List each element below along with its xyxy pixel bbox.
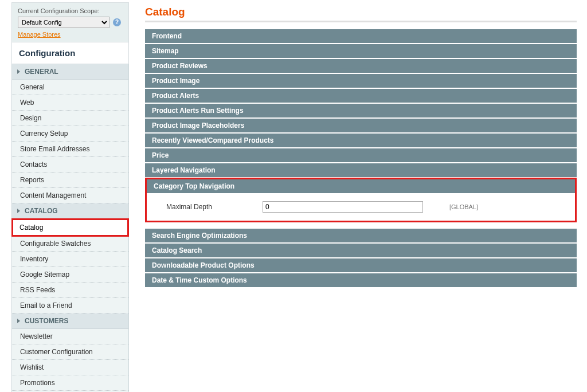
section-header-recently-viewed-compared-products[interactable]: Recently Viewed/Compared Products: [145, 134, 577, 147]
sidebar-item-design[interactable]: Design: [12, 111, 128, 126]
chevron-right-icon: [17, 69, 20, 74]
nav-list-general: GeneralWebDesignCurrency SetupStore Emai…: [11, 80, 129, 203]
sidebar-item-contacts[interactable]: Contacts: [12, 157, 128, 173]
sidebar: Current Configuration Scope: Default Con…: [11, 2, 129, 392]
section-header-product-image[interactable]: Product Image: [145, 74, 577, 88]
section-header-downloadable-product-options[interactable]: Downloadable Product Options: [145, 258, 577, 272]
nav-list-customers: NewsletterCustomer ConfigurationWishlist…: [11, 329, 129, 392]
section-header-product-image-placeholders[interactable]: Product Image Placeholders: [145, 119, 577, 132]
main-content: Catalog FrontendSitemapProduct ReviewsPr…: [145, 2, 577, 288]
sidebar-item-promotions[interactable]: Promotions: [12, 375, 128, 391]
sidebar-item-email-to-a-friend[interactable]: Email to a Friend: [12, 298, 128, 313]
sidebar-item-wishlist[interactable]: Wishlist: [12, 360, 128, 375]
nav-group-customers[interactable]: CUSTOMERS: [11, 313, 129, 329]
sidebar-item-customer-configuration[interactable]: Customer Configuration: [12, 344, 128, 360]
section-header-product-reviews[interactable]: Product Reviews: [145, 59, 577, 73]
sidebar-item-reports[interactable]: Reports: [12, 173, 128, 188]
nav-group-label: CATALOG: [25, 207, 58, 215]
nav-group-label: GENERAL: [25, 68, 58, 76]
sidebar-item-store-email-addresses[interactable]: Store Email Addresses: [12, 142, 128, 157]
sidebar-item-general[interactable]: General: [12, 80, 128, 95]
section-body-category-top-navigation: Maximal Depth [GLOBAL]: [147, 193, 575, 221]
manage-stores-link[interactable]: Manage Stores: [18, 31, 61, 38]
sidebar-item-configurable-swatches[interactable]: Configurable Swatches: [12, 236, 128, 252]
section-header-product-alerts-run-settings[interactable]: Product Alerts Run Settings: [145, 104, 577, 117]
scope-label: Current Configuration Scope:: [18, 7, 123, 14]
title-rule: [145, 21, 577, 22]
nav-group-catalog[interactable]: CATALOG: [11, 203, 129, 219]
configuration-heading: Configuration: [11, 42, 129, 64]
nav-group-label: CUSTOMERS: [25, 317, 68, 325]
sidebar-item-web[interactable]: Web: [12, 95, 128, 111]
help-icon[interactable]: ?: [113, 18, 121, 26]
sidebar-item-inventory[interactable]: Inventory: [12, 252, 128, 267]
page-title: Catalog: [145, 6, 577, 18]
section-header-catalog-search[interactable]: Catalog Search: [145, 244, 577, 257]
section-category-top-navigation: Category Top Navigation Maximal Depth [G…: [145, 178, 577, 222]
sidebar-item-content-management[interactable]: Content Management: [12, 188, 128, 203]
field-maximal-depth: Maximal Depth [GLOBAL]: [154, 201, 568, 213]
section-header-search-engine-optimizations[interactable]: Search Engine Optimizations: [145, 229, 577, 242]
section-header-layered-navigation[interactable]: Layered Navigation: [145, 163, 577, 177]
maximal-depth-input[interactable]: [263, 201, 423, 213]
sidebar-item-google-sitemap[interactable]: Google Sitemap: [12, 267, 128, 283]
scope-box: Current Configuration Scope: Default Con…: [11, 2, 129, 42]
sidebar-item-newsletter[interactable]: Newsletter: [12, 329, 128, 344]
field-label-maximal-depth: Maximal Depth: [154, 203, 263, 211]
section-header-date-time-custom-options[interactable]: Date & Time Custom Options: [145, 273, 577, 287]
scope-select[interactable]: Default Config: [18, 17, 109, 28]
chevron-right-icon: [17, 209, 20, 213]
sidebar-item-currency-setup[interactable]: Currency Setup: [12, 126, 128, 142]
nav-list-catalog: CatalogConfigurable SwatchesInventoryGoo…: [11, 218, 129, 313]
sidebar-item-catalog[interactable]: Catalog: [11, 218, 129, 237]
field-scope-maximal-depth: [GLOBAL]: [449, 203, 478, 210]
section-header-product-alerts[interactable]: Product Alerts: [145, 89, 577, 103]
section-header-frontend[interactable]: Frontend: [145, 29, 577, 43]
chevron-right-icon: [17, 319, 20, 323]
sidebar-item-rss-feeds[interactable]: RSS Feeds: [12, 283, 128, 298]
section-header-sitemap[interactable]: Sitemap: [145, 44, 577, 58]
nav-group-general[interactable]: GENERAL: [11, 64, 129, 80]
section-header-price[interactable]: Price: [145, 148, 577, 162]
section-header-category-top-navigation[interactable]: Category Top Navigation: [147, 179, 575, 193]
